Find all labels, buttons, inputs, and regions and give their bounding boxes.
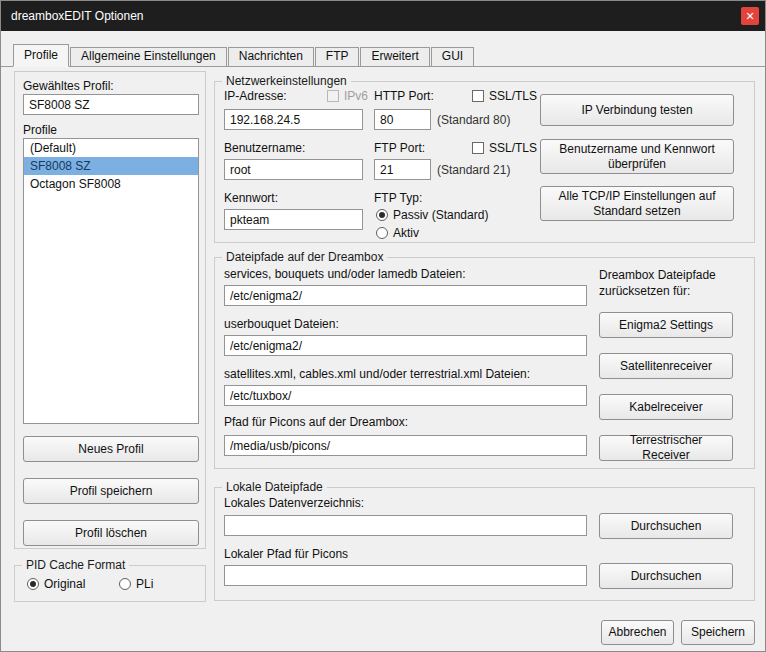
- ftp-type-label: FTP Typ:: [374, 191, 422, 205]
- http-port-input[interactable]: [374, 109, 431, 130]
- reset-satellite-receiver-button[interactable]: Satellitenreceiver: [599, 353, 733, 379]
- ftp-ssl-tls-label: SSL/TLS: [489, 141, 537, 155]
- ftp-port-input[interactable]: [374, 159, 431, 180]
- checkbox-icon: [472, 90, 484, 102]
- browse-data-dir-button[interactable]: Durchsuchen: [599, 513, 733, 539]
- local-picons-path-input[interactable]: [224, 565, 587, 586]
- reset-cable-receiver-button[interactable]: Kabelreceiver: [599, 394, 733, 420]
- dreambox-paths-title: Dateipfade auf der Dreambox: [222, 250, 387, 264]
- reset-enigma2-settings-button[interactable]: Enigma2 Settings: [599, 312, 733, 338]
- services-path-input[interactable]: [224, 285, 587, 306]
- ip-address-input[interactable]: [224, 109, 363, 130]
- pid-radio-original-label: Original: [44, 577, 85, 591]
- close-button[interactable]: ✕: [741, 7, 759, 25]
- selected-profile-input[interactable]: [23, 94, 199, 115]
- ftp-passive-radio[interactable]: Passiv (Standard): [376, 208, 488, 222]
- radio-unselected-icon: [119, 578, 131, 590]
- ip-address-label: IP-Adresse:: [224, 89, 287, 103]
- tab-profile[interactable]: Profile: [13, 44, 69, 67]
- network-settings-group: Netzwerkeinstellungen IP-Adresse: IPv6 H…: [214, 81, 755, 243]
- tab-erweitert[interactable]: Erweitert: [360, 47, 429, 66]
- password-input[interactable]: [224, 209, 363, 230]
- profile-list: (Default) SF8008 SZ Octagon SF8008: [23, 138, 199, 424]
- pid-cache-title: PID Cache Format: [22, 558, 129, 572]
- radio-unselected-icon: [376, 227, 388, 239]
- tab-gui[interactable]: GUI: [431, 47, 474, 66]
- list-item-selected[interactable]: SF8008 SZ: [24, 157, 198, 175]
- http-ssl-tls-label: SSL/TLS: [489, 89, 537, 103]
- cancel-button[interactable]: Abbrechen: [601, 620, 674, 645]
- userbouquet-path-label: userbouquet Dateien:: [224, 317, 339, 331]
- selected-profile-label: Gewähltes Profil:: [23, 79, 114, 93]
- ftp-port-label: FTP Port:: [374, 141, 425, 155]
- satellites-path-input[interactable]: [224, 385, 587, 406]
- local-picons-path-label: Lokaler Pfad für Picons: [224, 547, 348, 561]
- dreambox-picons-path-label: Pfad für Picons auf der Dreambox:: [224, 415, 408, 429]
- radio-selected-icon: [27, 578, 39, 590]
- reset-tcpip-button[interactable]: Alle TCP/IP Einstellungen auf Standard s…: [540, 186, 734, 221]
- reset-terrestrial-receiver-button[interactable]: Terrestrischer Receiver: [599, 435, 733, 461]
- profiles-label: Profile: [23, 123, 57, 137]
- local-paths-title: Lokale Dateipfade: [222, 480, 327, 494]
- delete-profile-button[interactable]: Profil löschen: [23, 520, 199, 546]
- dreambox-paths-group: Dateipfade auf der Dreambox services, bo…: [214, 257, 755, 469]
- tab-ftp[interactable]: FTP: [315, 47, 360, 66]
- username-input[interactable]: [224, 159, 363, 180]
- dreambox-picons-path-input[interactable]: [224, 435, 587, 456]
- local-paths-group: Lokale Dateipfade Lokales Datenverzeichn…: [214, 487, 755, 601]
- check-credentials-button[interactable]: Benutzername und Kennwort überprüfen: [540, 139, 734, 174]
- http-port-standard-label: (Standard 80): [437, 113, 510, 127]
- pid-radio-pli-label: PLi: [136, 577, 153, 591]
- password-label: Kennwort:: [224, 191, 278, 205]
- ftp-port-standard-label: (Standard 21): [437, 163, 510, 177]
- titlebar[interactable]: dreamboxEDIT Optionen: [1, 1, 765, 31]
- satellites-path-label: satellites.xml, cables.xml und/oder terr…: [224, 367, 530, 381]
- pid-radio-original[interactable]: Original: [27, 577, 85, 591]
- save-profile-button[interactable]: Profil speichern: [23, 478, 199, 504]
- list-item[interactable]: (Default): [24, 139, 198, 157]
- window-title: dreamboxEDIT Optionen: [11, 9, 144, 23]
- ftp-passive-label: Passiv (Standard): [393, 208, 488, 222]
- services-path-label: services, bouquets und/oder lamedb Datei…: [224, 267, 465, 281]
- pid-cache-group: PID Cache Format Original PLi: [14, 565, 206, 602]
- reset-paths-heading: Dreambox Dateipfade zurücksetzen für:: [599, 267, 744, 299]
- browse-picons-button[interactable]: Durchsuchen: [599, 563, 733, 589]
- ftp-active-label: Aktiv: [393, 226, 419, 240]
- save-button[interactable]: Speichern: [681, 620, 755, 645]
- checkbox-icon: [327, 90, 339, 102]
- new-profile-button[interactable]: Neues Profil: [23, 436, 199, 462]
- pid-radio-pli[interactable]: PLi: [119, 577, 153, 591]
- radio-selected-icon: [376, 209, 388, 221]
- http-port-label: HTTP Port:: [374, 89, 434, 103]
- local-data-dir-label: Lokales Datenverzeichnis:: [224, 496, 364, 510]
- http-ssl-tls-checkbox[interactable]: SSL/TLS: [472, 89, 537, 103]
- test-ip-connection-button[interactable]: IP Verbindung testen: [540, 94, 734, 126]
- userbouquet-path-input[interactable]: [224, 335, 587, 356]
- close-icon: ✕: [745, 11, 754, 22]
- ipv6-checkbox[interactable]: IPv6: [327, 89, 368, 103]
- username-label: Benutzername:: [224, 141, 305, 155]
- tab-nachrichten[interactable]: Nachrichten: [228, 47, 314, 66]
- list-item[interactable]: Octagon SF8008: [24, 175, 198, 193]
- tab-allgemeine-einstellungen[interactable]: Allgemeine Einstellungen: [70, 47, 227, 66]
- ftp-active-radio[interactable]: Aktiv: [376, 226, 419, 240]
- ftp-ssl-tls-checkbox[interactable]: SSL/TLS: [472, 141, 537, 155]
- local-data-dir-input[interactable]: [224, 515, 587, 536]
- profile-panel: Gewähltes Profil: Profile (Default) SF80…: [14, 71, 206, 549]
- tab-strip: Profile Allgemeine Einstellungen Nachric…: [1, 45, 765, 67]
- checkbox-icon: [472, 142, 484, 154]
- dreamboxedit-options-window: dreamboxEDIT Optionen ✕ Profile Allgemei…: [0, 0, 766, 652]
- network-settings-title: Netzwerkeinstellungen: [222, 74, 351, 88]
- ipv6-label: IPv6: [344, 89, 368, 103]
